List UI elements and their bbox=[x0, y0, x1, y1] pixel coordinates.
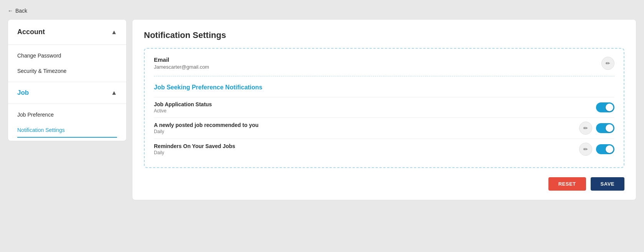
new-job-edit-button[interactable]: ✏ bbox=[579, 122, 592, 135]
account-chevron-icon: ▲ bbox=[111, 29, 117, 36]
toggle-job-application[interactable] bbox=[596, 102, 614, 112]
sidebar-item-notification-settings[interactable]: Notification Settings bbox=[8, 122, 126, 138]
footer-actions: RESET SAVE bbox=[144, 177, 624, 191]
sidebar-item-change-password[interactable]: Change Password bbox=[8, 48, 126, 63]
pref-sub-new-job: Daily bbox=[154, 129, 259, 134]
pref-section-title: Job Seeking Preference Notifications bbox=[154, 84, 614, 91]
save-button[interactable]: SAVE bbox=[591, 177, 624, 191]
email-row: Email Jamescarter@gmail.com ✏ bbox=[154, 56, 614, 76]
back-label: Back bbox=[15, 8, 27, 14]
edit-pencil-icon-new-job: ✏ bbox=[583, 125, 588, 131]
sidebar-item-job-preference[interactable]: Job Preference bbox=[8, 107, 126, 122]
job-section-header[interactable]: Job ▲ bbox=[8, 82, 126, 104]
reset-button[interactable]: RESET bbox=[548, 177, 586, 191]
pref-row-job-application-status: Job Application Status Active bbox=[154, 97, 614, 117]
saved-jobs-edit-button[interactable]: ✏ bbox=[579, 143, 592, 156]
main-layout: Account ▲ Change Password Security & Tim… bbox=[8, 19, 636, 200]
job-items: Job Preference Notification Settings bbox=[8, 104, 126, 141]
back-arrow-icon: ← bbox=[8, 8, 13, 14]
pref-sub-job-application: Active bbox=[154, 108, 212, 114]
pref-controls-new-job: ✏ bbox=[579, 122, 614, 135]
edit-pencil-icon-saved-jobs: ✏ bbox=[583, 146, 588, 152]
email-info: Email Jamescarter@gmail.com bbox=[154, 56, 209, 70]
pref-label-new-job: A newly posted job recommended to you bbox=[154, 122, 259, 128]
edit-pencil-icon: ✏ bbox=[606, 60, 610, 66]
pref-info-saved-jobs: Reminders On Your Saved Jobs Daily bbox=[154, 143, 235, 155]
pref-row-saved-jobs: Reminders On Your Saved Jobs Daily ✏ bbox=[154, 138, 614, 160]
account-section-header[interactable]: Account ▲ bbox=[8, 20, 126, 45]
pref-info-job-application: Job Application Status Active bbox=[154, 101, 212, 114]
account-items: Change Password Security & Timezone bbox=[8, 45, 126, 82]
job-chevron-icon: ▲ bbox=[111, 89, 117, 96]
email-edit-button[interactable]: ✏ bbox=[601, 57, 614, 70]
pref-row-new-job: A newly posted job recommended to you Da… bbox=[154, 117, 614, 138]
main-content: Notification Settings Email Jamescarter@… bbox=[132, 19, 636, 200]
pref-controls-saved-jobs: ✏ bbox=[579, 143, 614, 156]
toggle-new-job[interactable] bbox=[596, 123, 614, 133]
pref-info-new-job: A newly posted job recommended to you Da… bbox=[154, 122, 259, 134]
back-button[interactable]: ← Back bbox=[8, 8, 27, 14]
job-title: Job bbox=[17, 89, 29, 97]
pref-sub-saved-jobs: Daily bbox=[154, 150, 235, 155]
notification-settings-box: Email Jamescarter@gmail.com ✏ Job Seekin… bbox=[144, 48, 624, 168]
pref-label-saved-jobs: Reminders On Your Saved Jobs bbox=[154, 143, 235, 149]
page-title: Notification Settings bbox=[144, 30, 624, 40]
email-label: Email bbox=[154, 56, 209, 63]
toggle-saved-jobs[interactable] bbox=[596, 144, 614, 154]
email-value: Jamescarter@gmail.com bbox=[154, 64, 209, 70]
account-title: Account bbox=[17, 28, 45, 36]
sidebar-item-security-timezone[interactable]: Security & Timezone bbox=[8, 63, 126, 79]
pref-label-job-application: Job Application Status bbox=[154, 101, 212, 107]
sidebar: Account ▲ Change Password Security & Tim… bbox=[8, 19, 127, 141]
pref-controls-job-application bbox=[596, 102, 614, 112]
